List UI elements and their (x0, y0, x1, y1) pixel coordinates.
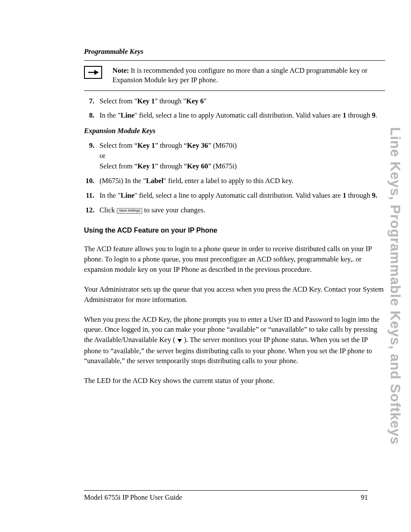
svg-marker-1 (94, 70, 99, 75)
body-paragraphs: The ACD feature allows you to login to a… (84, 244, 385, 386)
step-item: 8.In the "Line" field, select a line to … (84, 110, 385, 121)
note-label: Note: (112, 66, 129, 75)
section-subtitle: Programmable Keys (84, 47, 385, 56)
steps-list: 7.Select from "Key 1" through "Key 6"8.I… (84, 96, 385, 121)
step-item: 10.(M675i) In the "Label" field, enter a… (84, 176, 385, 186)
divider (84, 90, 385, 91)
step-item: 12.Click Save Settings to save your chan… (84, 205, 385, 215)
step-number: 12. (84, 205, 94, 215)
steps-list: 9.Select from “Key 1” through “Key 36” (… (84, 140, 385, 215)
step-text: Select from "Key 1" through "Key 6" (100, 96, 385, 106)
step-number: 11. (84, 190, 94, 201)
heading: Using the ACD Feature on your IP Phone (84, 227, 385, 234)
step-number: 7. (84, 96, 94, 106)
step-text: (M675i) In the "Label" field, enter a la… (100, 176, 385, 186)
step-text: Click Save Settings to save your changes… (100, 205, 385, 215)
save-settings-button-image: Save Settings (117, 208, 142, 214)
step-text: Select from “Key 1” through “Key 36” (M6… (100, 140, 385, 171)
svg-marker-2 (177, 339, 182, 342)
footer-left: Model 6755i IP Phone User Guide (84, 493, 182, 502)
arrow-right-icon (84, 66, 102, 79)
section-side-tab: Line Keys, Programmable Keys, and Softke… (387, 127, 403, 445)
step-item: 7.Select from "Key 1" through "Key 6" (84, 96, 385, 106)
document-page: Line Keys, Programmable Keys, and Softke… (0, 0, 411, 532)
down-triangle-icon (177, 336, 182, 346)
step-item: 9.Select from “Key 1” through “Key 36” (… (84, 140, 385, 171)
note-text: Note: It is recommended you configure no… (112, 66, 385, 85)
note-block: Note: It is recommended you configure no… (84, 64, 385, 87)
paragraph: The LED for the ACD Key shows the curren… (84, 376, 385, 386)
page-number: 91 (361, 493, 368, 502)
note-body: It is recommended you configure no more … (112, 66, 367, 84)
divider (84, 60, 385, 61)
paragraph: When you press the ACD Key, the phone pr… (84, 314, 385, 367)
paragraph: The ACD feature allows you to login to a… (84, 244, 385, 275)
step-text: In the "Line" field, select a line to ap… (100, 190, 385, 201)
step-number: 9. (84, 140, 94, 171)
page-footer: Model 6755i IP Phone User Guide 91 (84, 490, 368, 502)
step-text: In the "Line" field, select a line to ap… (100, 110, 385, 121)
step-item: 11.In the "Line" field, select a line to… (84, 190, 385, 201)
step-number: 10. (84, 176, 94, 186)
paragraph: Your Administrator sets up the queue tha… (84, 284, 385, 305)
footer-rule (84, 490, 368, 491)
sub-heading: Expansion Module Keys (84, 127, 385, 135)
step-number: 8. (84, 110, 94, 121)
